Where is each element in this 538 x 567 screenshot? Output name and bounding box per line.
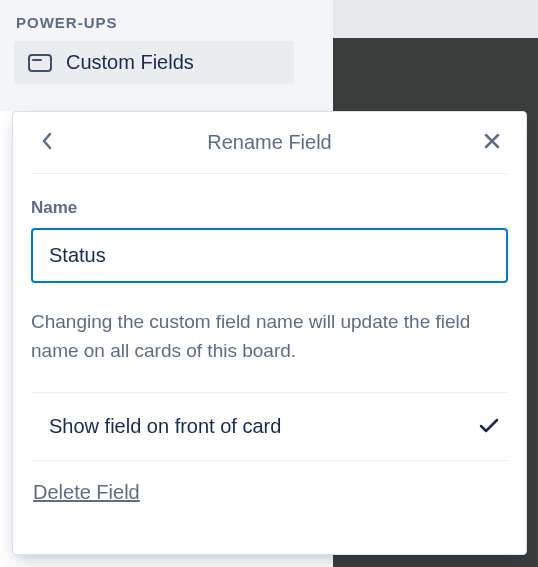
delete-field-link[interactable]: Delete Field bbox=[31, 481, 508, 504]
name-label: Name bbox=[31, 198, 508, 218]
chevron-left-icon bbox=[40, 131, 54, 155]
delete-field-label: Delete Field bbox=[33, 481, 140, 503]
card-icon bbox=[28, 54, 52, 72]
rename-field-popover: Rename Field Name Changing the custom fi… bbox=[12, 111, 527, 555]
back-button[interactable] bbox=[31, 127, 63, 159]
custom-fields-label: Custom Fields bbox=[66, 51, 194, 74]
rename-hint: Changing the custom field name will upda… bbox=[31, 307, 508, 393]
popover-title: Rename Field bbox=[207, 131, 332, 154]
field-name-input[interactable] bbox=[31, 228, 508, 283]
close-icon bbox=[483, 132, 501, 154]
show-on-front-toggle[interactable]: Show field on front of card bbox=[31, 393, 508, 461]
popover-header: Rename Field bbox=[31, 112, 508, 174]
card-sidebar: POWER-UPS Custom Fields bbox=[0, 0, 333, 111]
show-on-front-label: Show field on front of card bbox=[49, 415, 281, 438]
close-button[interactable] bbox=[476, 127, 508, 159]
custom-fields-button[interactable]: Custom Fields bbox=[14, 41, 294, 84]
powerups-heading: POWER-UPS bbox=[14, 8, 319, 41]
svg-rect-0 bbox=[29, 55, 51, 71]
checkmark-icon bbox=[478, 417, 500, 435]
